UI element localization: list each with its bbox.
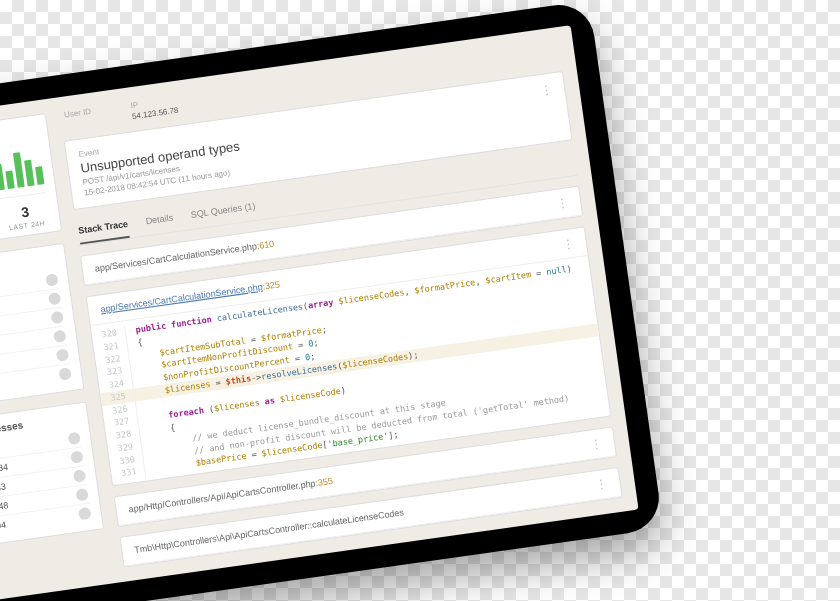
tab-details[interactable]: Details — [144, 207, 175, 236]
event-more-menu-icon[interactable]: ⋮ — [540, 83, 554, 97]
stack-frame-1-line: :325 — [262, 279, 281, 291]
stack-frame-0-file: app/Services/CartCalculationService.php — [94, 241, 257, 274]
stack-frame-0-line: :610 — [256, 239, 275, 251]
tab-stack-trace[interactable]: Stack Trace — [77, 213, 130, 245]
top-users-panel: Top Users 106680114959116829136735269844… — [0, 243, 84, 412]
stack-frame-2-line: :355 — [315, 476, 334, 488]
activity-stats-row: 12USERS21TOTAL3LAST 24H — [0, 192, 50, 245]
stack-frame-2-file: app/Http/Controllers/Api/ApiCartsControl… — [128, 478, 316, 514]
top-user-count-badge — [48, 292, 62, 306]
main-content: User ID IP 54.123.56.78 Event Unsupporte… — [60, 41, 623, 568]
activity-bar — [35, 167, 44, 185]
top-user-count-badge — [56, 348, 70, 362]
top-ip-value: 179.5.103.94 — [0, 520, 7, 537]
top-ip-count-badge — [73, 469, 87, 483]
stack-frame-1-menu-icon[interactable]: ⋮ — [561, 237, 575, 251]
app-screen: Last Two Weeks 12USERS21TOTAL3LAST 24H T… — [0, 25, 639, 601]
top-user-count-badge — [53, 330, 67, 344]
top-ip-count-badge — [70, 450, 84, 464]
top-ip-count-badge — [67, 432, 81, 446]
stack-frame-0-menu-icon[interactable]: ⋮ — [555, 196, 569, 210]
stack-frame-3-menu-icon[interactable]: ⋮ — [595, 478, 609, 492]
top-ip-count-badge — [78, 507, 92, 521]
top-user-count-badge — [45, 273, 59, 287]
meta-user-id: User ID — [63, 107, 93, 131]
top-user-count-badge — [58, 367, 72, 381]
activity-bar — [24, 159, 35, 186]
activity-stat: 3LAST 24H — [1, 201, 50, 232]
meta-ip: IP 54.123.56.78 — [130, 95, 179, 121]
activity-bar — [13, 152, 25, 188]
top-ip-count-badge — [75, 488, 89, 502]
activity-bar — [0, 163, 5, 190]
top-user-count-badge — [50, 311, 64, 325]
meta-user-id-label: User ID — [63, 107, 91, 120]
tablet-device-frame: Last Two Weeks 12USERS21TOTAL3LAST 24H T… — [0, 0, 663, 601]
tab-sql-queries-1-[interactable]: SQL Queries (1) — [189, 195, 257, 229]
activity-bar — [5, 171, 14, 189]
stack-frame-2-menu-icon[interactable]: ⋮ — [589, 437, 603, 451]
activity-chart-panel: Last Two Weeks 12USERS21TOTAL3LAST 24H — [0, 113, 62, 253]
top-ips-panel: Top IP Addresses 115.164.45.6775.187.155… — [0, 401, 104, 551]
